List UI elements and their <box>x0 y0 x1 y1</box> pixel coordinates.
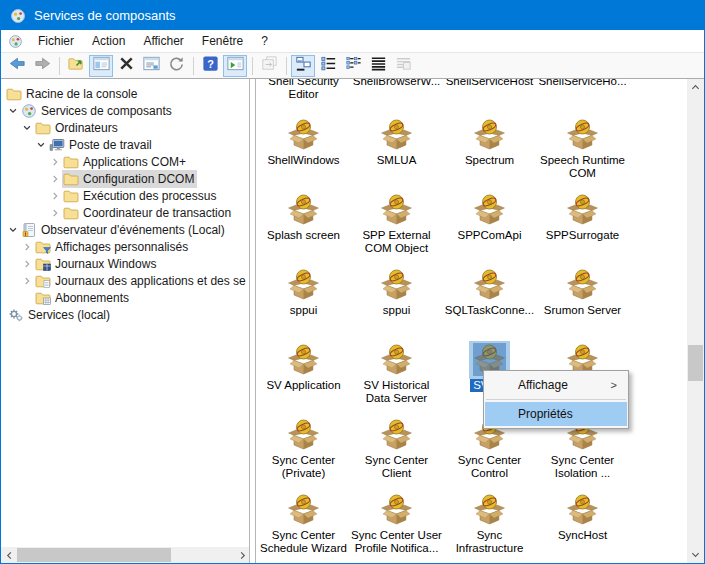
refresh-button[interactable] <box>164 55 188 77</box>
menu-fichier[interactable]: Fichier <box>29 32 83 50</box>
dcom-item-shellwindows[interactable]: ShellWindows <box>257 118 350 193</box>
dcom-item-sync-center-private[interactable]: Sync Center(Private) <box>257 418 350 493</box>
scroll-down-button[interactable] <box>687 546 704 563</box>
delete-button[interactable] <box>114 55 138 77</box>
grid-vertical-scrollbar[interactable] <box>687 79 704 563</box>
scroll-left-button[interactable] <box>1 547 17 563</box>
dcom-item-sync-center-client[interactable]: Sync CenterClient <box>350 418 443 493</box>
dcom-item-sppui[interactable]: sppui <box>257 268 350 343</box>
tree-item-content: Racine de la console <box>5 85 140 103</box>
tree-item-coordinateur-de-transaction[interactable]: Coordinateur de transaction <box>1 204 249 221</box>
view-details-button[interactable] <box>366 55 390 77</box>
tree-item-applications-com[interactable]: Applications COM+ <box>1 153 249 170</box>
window-play-icon <box>226 54 245 77</box>
tree-item-journaux-des-applications-et-des-se[interactable]: Journaux des applications et des se <box>1 272 249 289</box>
chevron-collapsed-icon[interactable] <box>48 172 62 186</box>
chevron-empty <box>20 291 34 305</box>
tree-horizontal-scrollbar[interactable] <box>1 547 250 563</box>
menu-action[interactable]: Action <box>83 32 134 50</box>
tree-item-label: Journaux des applications et des se <box>55 274 246 288</box>
label-line: Speech Runtime <box>536 154 629 167</box>
vertical-scroll-thumb[interactable] <box>688 345 703 381</box>
context-menu-item-propri-t-s[interactable]: Propriétés <box>485 402 627 426</box>
dcom-item-shell-security-editor[interactable]: Shell SecurityEditor <box>257 79 350 114</box>
dcom-item-shellbrowserw[interactable]: ShellBrowserW... <box>350 79 443 114</box>
menu-fen-tre[interactable]: Fenêtre <box>193 32 252 50</box>
context-menu-separator <box>486 399 626 400</box>
gears-icon <box>8 307 24 323</box>
export-icon <box>260 54 279 77</box>
dcom-item-synchost[interactable]: SyncHost <box>536 493 629 563</box>
properties-button[interactable] <box>139 55 163 77</box>
tree-item-abonnements[interactable]: Abonnements <box>1 289 249 306</box>
back-button[interactable] <box>5 55 29 77</box>
chevron-collapsed-icon[interactable] <box>20 257 34 271</box>
dcom-item-shellserviceho[interactable]: ShellServiceHo... <box>536 79 629 114</box>
show-action-pane-button[interactable] <box>223 55 247 77</box>
dcom-item-sv-historical-data-server[interactable]: SV HistoricalData Server <box>350 343 443 418</box>
scroll-right-button[interactable] <box>234 547 250 563</box>
tree-item-ordinateurs[interactable]: Ordinateurs <box>1 119 249 136</box>
chevron-collapsed-icon[interactable] <box>20 240 34 254</box>
help-button[interactable]: ? <box>198 55 222 77</box>
chevron-expanded-icon[interactable] <box>6 223 20 237</box>
tree-indent <box>1 297 20 298</box>
menu-afficher[interactable]: Afficher <box>134 32 192 50</box>
tree-item-content: Exécution des processus <box>62 187 219 205</box>
dcom-item-sync-center-schedule-wizard[interactable]: Sync CenterSchedule Wizard <box>257 493 350 563</box>
dcom-item-smlua[interactable]: SMLUA <box>350 118 443 193</box>
tree-item-poste-de-travail[interactable]: Poste de travail <box>1 136 249 153</box>
dcom-item-sync-center-control[interactable]: Sync CenterControl <box>443 418 536 493</box>
window-title: Services de composants <box>34 8 176 23</box>
view-small-icons-button[interactable] <box>316 55 340 77</box>
label-line: SyncHost <box>536 529 629 542</box>
view-list-button[interactable] <box>341 55 365 77</box>
tree-item-journaux-windows[interactable]: Journaux Windows <box>1 255 249 272</box>
chevron-collapsed-icon[interactable] <box>48 155 62 169</box>
dcom-item-sqltaskconne[interactable]: SQLTaskConne... <box>443 268 536 343</box>
dcom-item-srumon-server[interactable]: Srumon Server <box>536 268 629 343</box>
label-line: Sync Center <box>350 454 443 467</box>
up-one-level-button[interactable] <box>64 55 88 77</box>
dcom-item-sppcomapi[interactable]: SPPComApi <box>443 193 536 268</box>
dcom-item-sync-center-isolation[interactable]: Sync CenterIsolation ... <box>536 418 629 493</box>
dcom-item-spectrum[interactable]: Spectrum <box>443 118 536 193</box>
dcom-item-shellservicehost[interactable]: ShellServiceHost <box>443 79 536 114</box>
label-line: Isolation ... <box>536 467 629 480</box>
tree-item-services-local[interactable]: Services (local) <box>1 306 249 323</box>
dcom-item-splash-screen[interactable]: Splash screen <box>257 193 350 268</box>
chevron-expanded-icon[interactable] <box>20 121 34 135</box>
show-console-tree-button[interactable] <box>89 55 113 77</box>
tree-indent <box>1 212 48 213</box>
dcom-item-label: SPPComApi <box>443 229 536 242</box>
panel-splitter[interactable] <box>251 79 256 563</box>
dcom-item-sync-center-user-profile-notifica[interactable]: Sync Center UserProfile Notifica... <box>350 493 443 563</box>
tree-item-racine-de-la-console[interactable]: Racine de la console <box>1 85 249 102</box>
chevron-expanded-icon[interactable] <box>6 104 20 118</box>
tree-item-observateur-d-v-nements-local[interactable]: Observateur d'événements (Local) <box>1 221 249 238</box>
dcom-item-sppsurrogate[interactable]: SPPSurrogate <box>536 193 629 268</box>
chevron-expanded-icon[interactable] <box>34 138 48 152</box>
dcom-item-label: Sync CenterIsolation ... <box>536 454 629 480</box>
horizontal-scroll-thumb[interactable] <box>17 548 171 562</box>
tree-item-ex-cution-des-processus[interactable]: Exécution des processus <box>1 187 249 204</box>
forward-button[interactable] <box>30 55 54 77</box>
chevron-collapsed-icon[interactable] <box>48 206 62 220</box>
dcom-item-label: SV Application <box>257 379 350 392</box>
dcom-item-sppui[interactable]: sppui <box>350 268 443 343</box>
tree-item-affichages-personnalis-s[interactable]: Affichages personnalisés <box>1 238 249 255</box>
tree-indent <box>1 127 20 128</box>
tree-item-label: Coordinateur de transaction <box>83 206 231 220</box>
tree-item-configuration-dcom[interactable]: Configuration DCOM <box>1 170 249 187</box>
dcom-item-sync-infrastructure[interactable]: SyncInfrastructure <box>443 493 536 563</box>
chevron-collapsed-icon[interactable] <box>48 189 62 203</box>
tree-item-services-de-composants[interactable]: Services de composants <box>1 102 249 119</box>
menu-item[interactable]: ? <box>252 32 277 50</box>
view-large-icons-button[interactable] <box>291 55 315 77</box>
dcom-item-sv-application[interactable]: SV Application <box>257 343 350 418</box>
chevron-collapsed-icon[interactable] <box>20 274 34 288</box>
context-menu-item-affichage[interactable]: Affichage> <box>485 373 627 397</box>
dcom-item-spp-external-com-object[interactable]: SPP ExternalCOM Object <box>350 193 443 268</box>
scroll-up-button[interactable] <box>687 79 704 96</box>
dcom-item-speech-runtime-com[interactable]: Speech RuntimeCOM <box>536 118 629 193</box>
